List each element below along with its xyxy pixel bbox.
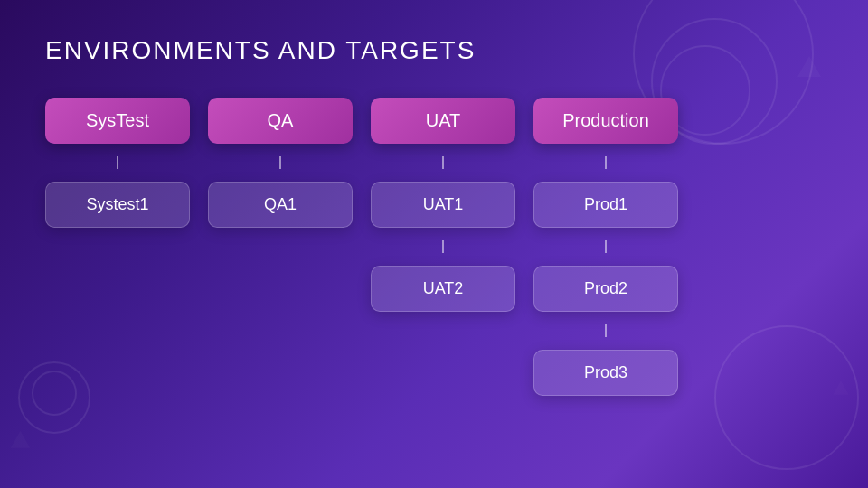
target-systest-0: Systest1 (45, 182, 190, 228)
targets-systest: Systest1 (45, 156, 190, 228)
target-production-1: Prod2 (533, 266, 678, 312)
column-production: ProductionProd1Prod2Prod3 (533, 98, 678, 396)
targets-qa: QA1 (208, 156, 353, 228)
connector-uat-1 (442, 240, 444, 253)
target-production-2: Prod3 (533, 350, 678, 396)
env-header-systest: SysTest (45, 98, 190, 144)
env-header-qa: QA (208, 98, 353, 144)
target-uat-0: UAT1 (371, 182, 515, 228)
svg-marker-1 (11, 431, 31, 448)
column-systest: SysTestSystest1 (45, 98, 190, 228)
env-header-uat: UAT (371, 98, 515, 144)
page-title: ENVIRONMENTS AND TARGETS (45, 36, 823, 65)
connector-systest-0 (117, 156, 118, 169)
target-qa-0: QA1 (208, 182, 353, 228)
targets-production: Prod1Prod2Prod3 (533, 156, 678, 396)
connector-qa-0 (279, 156, 281, 169)
targets-uat: UAT1UAT2 (371, 156, 515, 312)
deco-triangle-2 (9, 429, 32, 452)
columns-container: SysTestSystest1QAQA1UATUAT1UAT2Productio… (45, 98, 823, 396)
connector-production-1 (605, 240, 607, 253)
column-uat: UATUAT1UAT2 (371, 98, 515, 312)
target-uat-1: UAT2 (371, 266, 515, 312)
page-content: ENVIRONMENTS AND TARGETS SysTestSystest1… (0, 0, 868, 423)
column-qa: QAQA1 (208, 98, 353, 228)
connector-production-0 (605, 156, 607, 169)
target-production-0: Prod1 (533, 182, 678, 228)
env-header-production: Production (533, 98, 678, 144)
connector-uat-0 (442, 156, 444, 169)
connector-production-2 (605, 324, 607, 337)
